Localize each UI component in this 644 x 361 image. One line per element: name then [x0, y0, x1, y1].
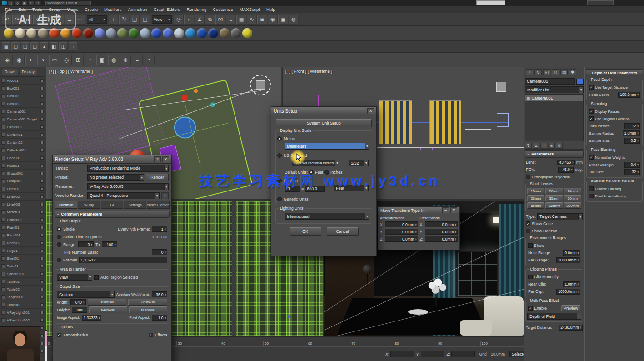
new-scene-icon[interactable]: ▢ — [8, 1, 14, 5]
aperture-spinner[interactable]: 36.0 — [152, 291, 167, 297]
near-range-spinner[interactable]: 0.0mm — [563, 250, 581, 256]
align-icon[interactable]: ≡ — [226, 15, 236, 25]
modifier-list-dropdown[interactable]: Modifier List — [525, 86, 584, 93]
env-show-checkbox[interactable] — [528, 243, 533, 248]
coordinate-field[interactable] — [451, 351, 475, 357]
menu-item[interactable]: Customize — [210, 7, 236, 12]
metric-radio[interactable] — [277, 136, 282, 141]
resolution-preset-button[interactable]: 640x480 — [89, 306, 127, 313]
pin-stack-icon[interactable]: ⊽ — [525, 143, 532, 149]
selection-filter-dropdown[interactable]: All — [87, 15, 107, 24]
mirror-icon[interactable]: ⋈ — [215, 15, 225, 25]
shelf-shortcut-icon[interactable] — [220, 28, 230, 38]
dof-rollout-header[interactable]: Depth of Field Parameters — [586, 69, 643, 76]
menu-item[interactable]: Animation — [125, 7, 150, 12]
disable-antialiasing-checkbox[interactable] — [589, 194, 594, 198]
tab-settings[interactable]: Settings — [124, 201, 146, 209]
show-horizon-checkbox[interactable] — [526, 229, 530, 233]
object-visibility-icon[interactable] — [1, 303, 5, 307]
shelf-shortcut-icon[interactable] — [208, 28, 218, 38]
object-visibility-icon[interactable] — [1, 117, 5, 121]
lens-spinner[interactable]: 43.456 — [557, 160, 575, 165]
object-visibility-icon[interactable] — [1, 280, 5, 284]
area-dropdown[interactable]: View — [57, 274, 92, 281]
ok-button[interactable]: OK — [290, 227, 321, 236]
stock-lens-button[interactable]: 85mm — [527, 202, 544, 209]
reference-coordinate-dropdown[interactable]: View — [152, 15, 172, 24]
fov-spinner[interactable]: 45.0 — [558, 167, 574, 173]
multipass-effect-dropdown[interactable]: Depth of Field — [527, 313, 581, 320]
object-visibility-icon[interactable] — [1, 287, 5, 291]
scene-object-row[interactable]: Shell01 — [0, 255, 45, 262]
schematic-view-icon[interactable]: ⊞ — [257, 15, 267, 25]
shelf-shortcut-icon[interactable] — [117, 28, 127, 38]
object-visibility-icon[interactable] — [1, 148, 5, 152]
extra-bottom-icon[interactable]: ◒ — [132, 55, 143, 65]
output-size-preset-dropdown[interactable]: Custom — [57, 291, 115, 298]
stack-item[interactable]: Camera001 — [525, 95, 583, 101]
ribbon-scale-icon[interactable]: ◱ — [30, 42, 39, 51]
scene-object-row[interactable]: Group001 — [0, 170, 45, 177]
extra-quarter-icon[interactable]: ◔ — [85, 55, 95, 65]
helper-square[interactable] — [496, 82, 506, 92]
orthographic-checkbox[interactable] — [526, 175, 530, 179]
hierarchy-tab-icon[interactable]: ◱ — [543, 69, 550, 75]
object-visibility-icon[interactable] — [1, 226, 5, 230]
object-visibility-icon[interactable] — [1, 311, 5, 315]
extra-half1-icon[interactable]: ◐ — [25, 55, 36, 65]
shelf-shortcut-icon[interactable] — [106, 28, 116, 38]
typein-titlebar[interactable]: Move Transform Type-In — [378, 207, 459, 214]
scene-object-row[interactable]: Teapot001 — [0, 293, 45, 301]
preview-button[interactable]: Preview — [561, 305, 580, 311]
stock-lens-button[interactable]: 20mm — [545, 188, 563, 194]
offset-spinner[interactable]: 0.0mm — [425, 221, 458, 227]
extra-top-icon[interactable]: ◓ — [144, 55, 155, 65]
ribbon-corner-icon[interactable]: ◰ — [21, 42, 30, 51]
file-number-base-spinner[interactable]: 0 — [152, 249, 167, 255]
extra-dotted-icon[interactable]: ◍ — [108, 55, 119, 65]
selected-helper-object[interactable] — [256, 80, 265, 90]
scene-object-row[interactable]: Plane001 — [0, 216, 45, 224]
scene-object-row[interactable]: Plant01 — [0, 224, 45, 231]
view-to-render-dropdown[interactable]: Quad 4 - Perspective — [87, 192, 160, 199]
search-field[interactable] — [476, 0, 505, 5]
object-visibility-icon[interactable] — [1, 187, 5, 191]
close-icon[interactable] — [367, 108, 374, 114]
scene-object-row[interactable]: VRayLight001 — [0, 309, 45, 316]
redo-icon[interactable]: ↷ — [35, 1, 41, 5]
ribbon-box-icon[interactable]: ▢ — [11, 42, 20, 51]
show-cone-checkbox[interactable] — [526, 221, 530, 226]
minimize-icon[interactable] — [442, 207, 449, 213]
menu-item[interactable]: Graph Editors — [150, 7, 184, 12]
object-visibility-icon[interactable] — [1, 264, 5, 268]
generic-units-radio[interactable] — [277, 197, 282, 201]
help-icon[interactable] — [154, 156, 161, 162]
viewport-front-label[interactable]: [+] [ Front ] [ Wireframe ] — [285, 69, 332, 74]
shelf-shortcut-icon[interactable] — [129, 28, 139, 38]
resolution-preset-button[interactable]: 320x240 — [88, 299, 127, 306]
render-setup-titlebar[interactable]: Render Setup: V-Ray Adv 3.60.03 — [53, 155, 171, 164]
ribbon-add-icon[interactable]: ＋ — [69, 42, 77, 51]
lighting-units-dropdown[interactable]: International — [285, 213, 369, 220]
layer-manager-icon[interactable]: ▤ — [236, 15, 246, 25]
scene-object-row[interactable]: Rect002 — [0, 239, 45, 247]
tab-display[interactable]: Display — [19, 69, 37, 75]
coordinate-field[interactable] — [421, 351, 444, 357]
selection-region-icon[interactable]: ▭ — [75, 15, 85, 25]
sample-radius-spinner[interactable]: 1.0mm — [623, 130, 640, 136]
scene-object-row[interactable]: Sphere001 — [0, 270, 45, 278]
selection-circle[interactable] — [250, 75, 271, 95]
target-distance-spinner[interactable]: 2438.0mm — [559, 325, 583, 331]
curve-editor-icon[interactable]: ∿ — [247, 15, 257, 25]
width-spinner[interactable]: 640 — [70, 299, 86, 305]
object-visibility-icon[interactable] — [1, 256, 5, 261]
angle-snap-icon[interactable]: ∠ — [195, 15, 205, 25]
atmospherics-checkbox[interactable] — [57, 333, 61, 337]
remove-modifier-icon[interactable]: ⊗ — [548, 143, 555, 149]
close-icon[interactable] — [162, 156, 169, 162]
object-visibility-icon[interactable] — [1, 86, 5, 90]
scene-object-row[interactable]: Mirror01 — [0, 208, 45, 216]
object-visibility-icon[interactable] — [1, 179, 5, 183]
stock-lens-button[interactable]: 200mm — [564, 202, 581, 209]
stock-lens-button[interactable]: 15mm — [527, 188, 544, 194]
